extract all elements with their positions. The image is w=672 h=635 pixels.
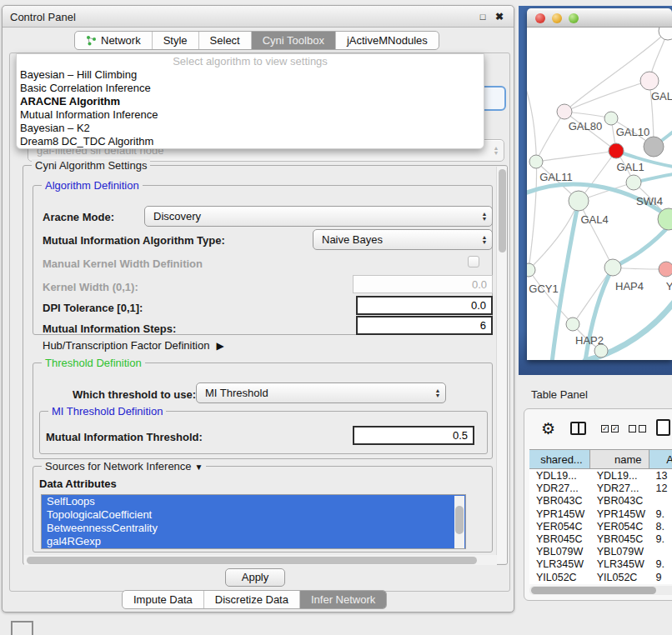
table-settings-gear-icon[interactable]: ⚙ [541, 419, 555, 438]
deselect-all-columns-icon[interactable] [629, 425, 646, 432]
table-cell: 12 [649, 482, 672, 494]
network-node-hap4[interactable] [604, 259, 621, 276]
table-row[interactable]: YDL19...YDL19...13 [529, 469, 672, 482]
table-row[interactable]: YBR045CYBR045C9. [529, 532, 672, 545]
dpi-tolerance-field[interactable] [356, 296, 493, 315]
column-layout-icon[interactable] [570, 422, 586, 435]
bottom-tab-infer-network[interactable]: Infer Network [300, 591, 386, 608]
table-cell [649, 494, 672, 507]
algorithm-option[interactable]: Bayesian – Hill Climbing [17, 68, 484, 82]
table-row[interactable]: YIL052CYIL052C9 [529, 571, 672, 583]
table-row[interactable]: YLR345WYLR345W9. [529, 558, 672, 570]
table-cell: 8. [649, 520, 672, 532]
expand-right-icon[interactable]: ▶ [216, 340, 223, 352]
network-canvas[interactable]: GALGAL80GAL10GAL1GAL11SWI4GAL4GCY1HAP4YH… [527, 28, 672, 360]
table-cell: YBR045C [529, 532, 590, 545]
network-node-swi4[interactable] [626, 175, 641, 190]
table-column-header[interactable]: name [590, 450, 649, 468]
network-node-gal[interactable] [640, 72, 659, 90]
which-threshold-label: Which threshold to use: [73, 388, 196, 401]
table-row[interactable]: YDR27...YDR27...12 [529, 482, 672, 494]
tab-cyni-toolbox[interactable]: Cyni Toolbox [252, 32, 336, 49]
mi-steps-field[interactable] [356, 316, 493, 335]
table-header-row: shared...nameA [529, 449, 672, 469]
mi-threshold-field[interactable] [353, 426, 474, 445]
aracne-mode-label: Aracne Mode: [43, 211, 114, 223]
settings-vertical-scrollbar[interactable] [496, 167, 507, 563]
network-node-gcy1[interactable] [527, 263, 535, 277]
network-node-hap2[interactable] [566, 318, 579, 331]
combo-arrows-icon: ▲▼ [430, 388, 445, 398]
tab-jactivemnodules[interactable]: jActiveMNodules [336, 32, 439, 49]
algorithm-option[interactable]: Dream8 DC_TDC Algorithm [17, 135, 484, 148]
table-cell: 9. [649, 558, 672, 570]
table-column-header[interactable]: shared... [529, 450, 590, 468]
minimize-window-icon[interactable] [552, 13, 562, 23]
data-attribute-item[interactable]: SelfLoops [42, 495, 465, 508]
node-table[interactable]: shared...nameA YDL19...YDL19...13YDR27..… [529, 449, 672, 584]
table-row[interactable]: YPR145WYPR145W9. [529, 508, 672, 520]
network-node-gal4[interactable] [569, 191, 589, 211]
network-node-y[interactable] [659, 262, 672, 277]
algorithm-option[interactable]: Basic Correlation Inference [17, 82, 484, 95]
close-window-icon[interactable] [535, 13, 545, 23]
network-node-label: HAP4 [615, 280, 644, 292]
minimized-panel-icon[interactable] [11, 621, 33, 635]
data-attributes-list[interactable]: SelfLoopsTopologicalCoefficientBetweenne… [41, 494, 466, 549]
collapse-down-icon[interactable]: ▼ [195, 462, 203, 472]
network-node-gal1[interactable] [609, 143, 624, 158]
manual-kernel-width-checkbox[interactable] [468, 256, 479, 268]
algorithm-option[interactable]: Bayesian – K2 [17, 122, 484, 135]
table-toolbar: ⚙ ✓✓ [524, 416, 672, 446]
tab-label: Style [163, 34, 188, 47]
zoom-window-icon[interactable] [569, 13, 579, 23]
network-node-gal10[interactable] [604, 112, 618, 125]
kernel-width-field[interactable] [353, 275, 493, 293]
algorithm-dropdown-popup: Select algorithm to view settings Bayesi… [16, 53, 484, 149]
network-window-titlebar[interactable] [527, 8, 672, 28]
algorithm-option[interactable]: Mutual Information Inference [17, 108, 484, 122]
tab-style[interactable]: Style [153, 32, 199, 49]
sources-title: Sources for Network Inference▼ [42, 460, 206, 472]
select-all-columns-icon[interactable]: ✓✓ [601, 425, 619, 432]
table-cell: YER054C [529, 520, 590, 532]
table-cell: YPR145W [590, 508, 649, 520]
hub-transcription-factor-section[interactable]: Hub/Transcription Factor Definition▶ [43, 339, 224, 352]
tab-network[interactable]: Network [75, 32, 153, 49]
network-node-label: GAL [651, 90, 672, 102]
which-threshold-combo[interactable]: MI Threshold ▲▼ [196, 382, 446, 403]
aracne-mode-combo[interactable]: Discovery ▲▼ [144, 206, 493, 227]
attribute-list-scrollbar[interactable] [454, 496, 464, 549]
tab-label: jActiveMNodules [347, 34, 428, 47]
mi-algorithm-type-label: Mutual Information Algorithm Type: [43, 234, 225, 247]
data-attribute-item[interactable]: BetweennessCentrality [42, 522, 465, 535]
settings-horizontal-scrollbar[interactable] [24, 555, 497, 565]
network-node[interactable] [644, 137, 664, 157]
network-node-gal11[interactable] [529, 155, 543, 168]
network-node[interactable] [659, 28, 672, 40]
network-node-label: GAL4 [580, 213, 608, 226]
tab-select[interactable]: Select [199, 32, 252, 49]
table-row[interactable]: YBR043CYBR043C [529, 494, 672, 507]
bottom-tab-discretize-data[interactable]: Discretize Data [204, 591, 300, 608]
algorithm-option[interactable]: ARACNE Algorithm [17, 95, 484, 108]
new-column-document-icon[interactable] [656, 419, 670, 436]
mi-algorithm-type-combo[interactable]: Naive Bayes ▲▼ [313, 229, 493, 250]
table-column-header[interactable]: A [649, 450, 672, 468]
network-view-frame: GALGAL80GAL10GAL1GAL11SWI4GAL4GCY1HAP4YH… [519, 6, 672, 375]
data-attribute-item[interactable]: gal4RGexp [42, 535, 465, 548]
network-icon [86, 35, 97, 46]
data-attribute-item[interactable]: TopologicalCoefficient [42, 508, 465, 522]
apply-button[interactable]: Apply [225, 568, 285, 587]
network-node-gal80[interactable] [557, 104, 572, 119]
network-node-label: HAP2 [575, 334, 604, 347]
kernel-width-label: Kernel Width (0,1): [43, 281, 138, 293]
table-cell: 9 [649, 571, 672, 583]
bottom-tab-impute-data[interactable]: Impute Data [123, 591, 204, 608]
network-node-label: Y [666, 280, 672, 292]
float-panel-icon[interactable]: □ [477, 11, 489, 22]
table-row[interactable]: YBL079WYBL079W [529, 545, 672, 558]
close-panel-icon[interactable]: ✖ [494, 11, 505, 22]
table-horizontal-scrollbar[interactable] [529, 586, 672, 595]
table-row[interactable]: YER054CYER054C8. [529, 520, 672, 532]
